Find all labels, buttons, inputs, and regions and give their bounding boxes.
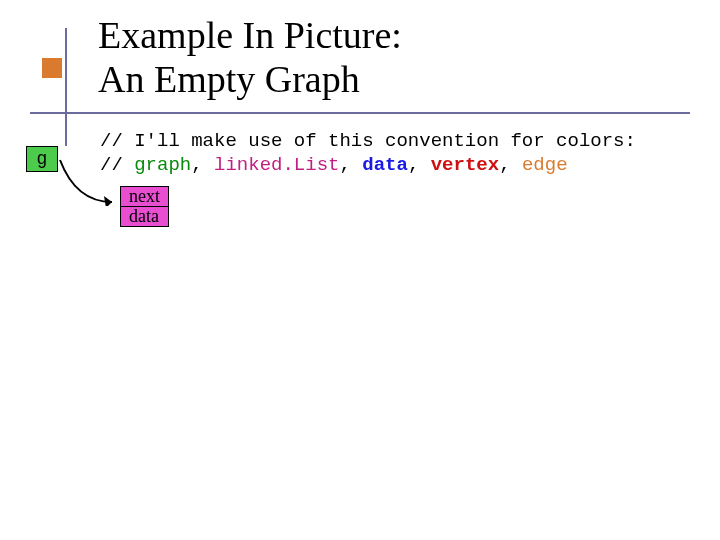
slide-title: Example In Picture: An Empty Graph bbox=[98, 14, 402, 101]
slide-accent-square bbox=[42, 58, 62, 78]
token-graph: graph bbox=[134, 154, 191, 176]
code-line-1: // I'll make use of this convention for … bbox=[100, 130, 636, 154]
decorative-horizontal-line bbox=[30, 112, 690, 114]
token-data: data bbox=[362, 154, 408, 176]
node-next-cell: next bbox=[121, 187, 168, 207]
code-comment-block: // I'll make use of this convention for … bbox=[100, 130, 636, 178]
graph-variable-box: g bbox=[26, 146, 58, 172]
token-linkedlist: linked.List bbox=[214, 154, 339, 176]
token-vertex: vertex bbox=[431, 154, 499, 176]
token-edge: edge bbox=[522, 154, 568, 176]
decorative-vertical-line bbox=[65, 28, 67, 146]
node-data-cell: data bbox=[121, 207, 168, 226]
linkedlist-node-box: next data bbox=[120, 186, 169, 227]
title-line-2: An Empty Graph bbox=[98, 58, 402, 102]
code-line-2: // graph, linked.List, data, vertex, edg… bbox=[100, 154, 636, 178]
title-line-1: Example In Picture: bbox=[98, 14, 402, 58]
